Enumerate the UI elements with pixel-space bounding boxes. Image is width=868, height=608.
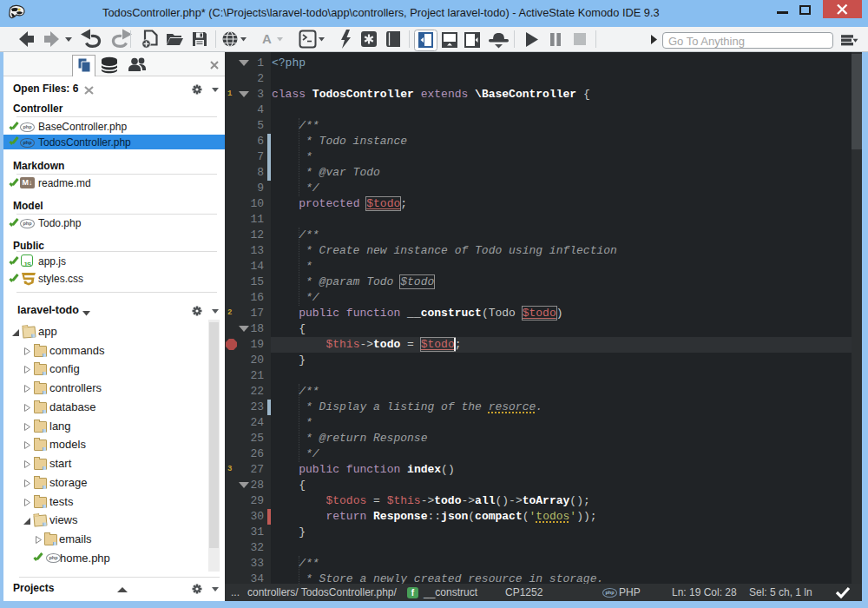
- svg-text:A: A: [262, 31, 272, 46]
